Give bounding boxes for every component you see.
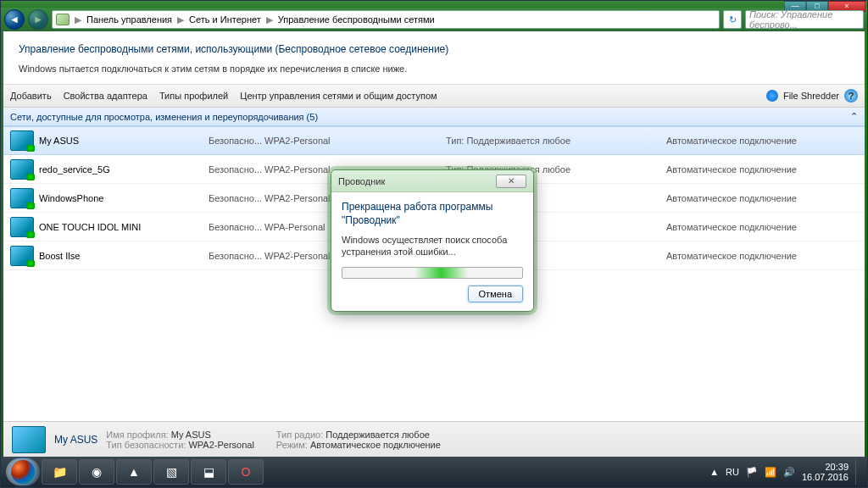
dialog-title: Проводник [338, 176, 385, 186]
tray-volume-icon[interactable]: 🔊 [783, 467, 795, 478]
details-pane: My ASUS Имя профиля: My ASUS Тип безопас… [3, 421, 865, 457]
taskbar-explorer[interactable]: 📁 [42, 459, 77, 485]
network-connection: Автоматическое подключение [666, 164, 858, 175]
wifi-icon [12, 426, 46, 453]
start-button[interactable] [6, 458, 40, 485]
taskbar-unknown2[interactable]: ⬓ [191, 459, 226, 485]
tray-time: 20:39 [802, 462, 849, 472]
network-connection: Автоматическое подключение [666, 136, 858, 146]
profile-label: Имя профиля: [106, 430, 168, 440]
dialog-heading: Прекращена работа программы "Проводник" [342, 201, 523, 227]
breadcrumb[interactable]: ▶ Панель управления ▶ Сеть и Интернет ▶ … [52, 10, 720, 29]
profiles-button[interactable]: Типы профилей [159, 91, 228, 101]
dialog-titlebar: Проводник ✕ [331, 170, 533, 192]
dialog-message: Windows осуществляет поиск способа устра… [342, 234, 523, 258]
back-button[interactable]: ◄ [4, 9, 25, 30]
network-center-button[interactable]: Центр управления сетями и общим доступом [240, 91, 437, 101]
page-subtext: Windows пытается подключаться к этим сет… [3, 58, 865, 84]
refresh-button[interactable]: ↻ [723, 10, 742, 29]
tray-chevron-icon[interactable]: ▲ [709, 467, 719, 477]
cancel-button[interactable]: Отмена [468, 286, 523, 302]
breadcrumb-mid[interactable]: Сеть и Интернет [189, 14, 261, 25]
taskbar-chrome[interactable]: ◉ [79, 459, 114, 485]
progress-bar [342, 267, 523, 279]
file-shredder-icon [766, 90, 778, 102]
group-header[interactable]: Сети, доступные для просмотра, изменения… [3, 108, 865, 126]
windows-orb-icon [11, 460, 35, 484]
breadcrumb-leaf[interactable]: Управление беспроводными сетями [278, 14, 435, 25]
wifi-icon [10, 159, 34, 180]
taskbar-vlc[interactable]: ▲ [116, 459, 152, 485]
chevron-up-icon: ⌃ [850, 111, 858, 122]
search-placeholder: Поиск: Управление беспрово... [749, 9, 860, 30]
taskbar: 📁 ◉ ▲ ▧ ⬓ O ▲ RU 🏳️ 📶 🔊 20:39 16.07.2016 [1, 457, 867, 487]
profile-value: My ASUS [171, 430, 211, 440]
mode-value: Автоматическое подключение [310, 440, 441, 450]
tray-network-icon[interactable]: 📶 [765, 467, 776, 478]
adapter-button[interactable]: Свойства адаптера [64, 91, 147, 101]
titlebar: — □ × [1, 1, 867, 8]
network-type: Тип: Поддерживается любое [446, 136, 666, 146]
wifi-icon [10, 246, 34, 266]
forward-button[interactable]: ► [28, 9, 48, 30]
sectype-label: Тип безопасности: [106, 440, 186, 450]
system-tray: ▲ RU 🏳️ 📶 🔊 20:39 16.07.2016 [709, 459, 862, 485]
folder-icon [56, 14, 70, 25]
group-header-label: Сети, доступные для просмотра, изменения… [10, 112, 318, 122]
network-name: ONE TOUCH IDOL MINI [39, 222, 209, 232]
radio-label: Тип радио: [276, 430, 323, 440]
wifi-icon [10, 217, 34, 237]
tray-date: 16.07.2016 [802, 472, 849, 482]
search-input[interactable]: Поиск: Управление беспрово... [745, 10, 864, 29]
network-security: Безопасно... WPA2-Personal [209, 136, 446, 146]
network-connection: Автоматическое подключение [666, 222, 858, 232]
radio-value: Поддерживается любое [326, 430, 430, 440]
network-connection: Автоматическое подключение [666, 193, 858, 203]
mode-label: Режим: [276, 440, 308, 450]
dialog-close-button[interactable]: ✕ [496, 175, 526, 188]
tray-flag-icon[interactable]: 🏳️ [746, 467, 758, 478]
show-desktop-button[interactable] [855, 459, 862, 485]
network-name: Boost Ilse [39, 251, 209, 261]
details-title: My ASUS [54, 434, 97, 446]
command-toolbar: Добавить Свойства адаптера Типы профилей… [3, 84, 865, 108]
network-name: redo_service_5G [39, 164, 209, 175]
file-shredder-button[interactable]: File Shredder [783, 91, 839, 101]
network-connection: Автоматическое подключение [666, 251, 858, 261]
error-dialog: Проводник ✕ Прекращена работа программы … [331, 169, 534, 312]
page-title: Управление беспроводными сетями, использ… [3, 31, 865, 58]
taskbar-unknown1[interactable]: ▧ [153, 459, 189, 485]
taskbar-opera[interactable]: O [228, 459, 264, 485]
sectype-value: WPA2-Personal [188, 440, 253, 450]
wifi-icon [10, 188, 34, 208]
add-button[interactable]: Добавить [10, 91, 52, 101]
network-name: My ASUS [39, 136, 209, 146]
network-name: WindowsPhone [39, 193, 209, 203]
tray-clock[interactable]: 20:39 16.07.2016 [802, 462, 849, 482]
wifi-icon [10, 130, 34, 151]
help-icon[interactable]: ? [844, 89, 858, 103]
tray-lang[interactable]: RU [726, 467, 739, 477]
breadcrumb-root[interactable]: Панель управления [86, 14, 172, 25]
list-item[interactable]: My ASUS Безопасно... WPA2-Personal Тип: … [3, 126, 865, 155]
nav-toolbar: ◄ ► ▶ Панель управления ▶ Сеть и Интерне… [1, 8, 867, 31]
